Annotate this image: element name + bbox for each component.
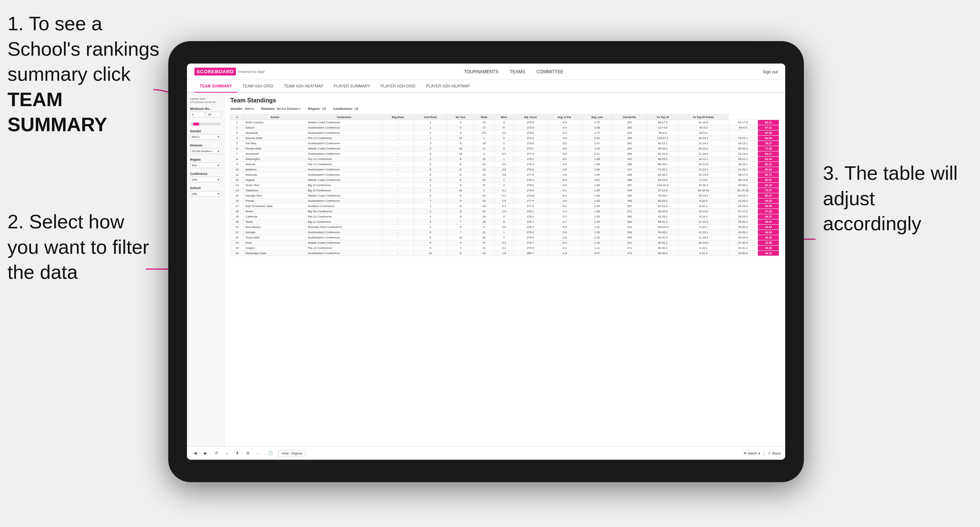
- table-cell: 95-6-0: [647, 130, 679, 136]
- table-cell: 1: [414, 125, 447, 130]
- table-cell: -: [382, 225, 414, 230]
- table-cell: 79-25-1: [728, 136, 758, 141]
- tab-player-h2h-grid[interactable]: PLAYER H2H GRID: [375, 80, 421, 93]
- sign-out-button[interactable]: Sign out: [763, 70, 778, 74]
- table-cell: Pac-12 Conference: [306, 162, 382, 167]
- table-cell: Southeastern Conference: [306, 125, 382, 130]
- toolbar-back[interactable]: ◀: [191, 450, 199, 456]
- tab-player-h2h-heatmap[interactable]: PLAYER H2H HEATMAP: [421, 80, 475, 93]
- table-cell: Florida: [244, 198, 306, 204]
- table-cell: 15-30-0: [728, 251, 758, 256]
- watch-icon: 👁: [743, 451, 747, 455]
- region-select[interactable]: N/A ▾: [190, 163, 221, 168]
- table-cell: 2: [414, 130, 447, 136]
- table-cell: 278.2: [514, 214, 547, 219]
- table-cell: 0.97: [582, 251, 612, 256]
- table-cell: 43-23-1: [679, 136, 728, 141]
- toolbar-home[interactable]: ⌂: [223, 450, 230, 456]
- share-button[interactable]: ↗ Share: [768, 451, 781, 455]
- table-cell: 23: [474, 120, 494, 125]
- toolbar-share2[interactable]: ⬆: [233, 450, 241, 456]
- table-cell: 1.28: [582, 209, 612, 214]
- toolbar-clock[interactable]: 🕐: [266, 450, 275, 456]
- min-rank-to-control[interactable]: 30: [206, 112, 221, 117]
- min-rank-from-control[interactable]: 4: [190, 112, 205, 117]
- table-cell: 31-29-1: [728, 167, 758, 172]
- toolbar-forward[interactable]: ▶: [202, 450, 209, 456]
- nav-committee[interactable]: COMMITTEE: [536, 69, 563, 75]
- conference-select[interactable]: (All) ▾: [190, 177, 221, 183]
- table-cell: Atlantic Coast Conference: [306, 193, 382, 198]
- table-cell: 21: [231, 225, 244, 230]
- table-cell: 24: [474, 198, 494, 204]
- table-cell: 7: [231, 151, 244, 157]
- filter-division: Division: NCAA Division I: [261, 107, 301, 111]
- table-cell: 279.5: [514, 246, 547, 251]
- table-cell: -: [382, 246, 414, 251]
- filter-conference-value: All: [355, 107, 358, 111]
- nav-teams[interactable]: TEAMS: [510, 69, 525, 75]
- table-cell: 9-10-1: [679, 204, 728, 209]
- table-cell: -: [382, 125, 414, 130]
- table-cell: 14-21-0: [679, 162, 728, 167]
- bottom-toolbar: ◀ ▶ ↺ ⌂ ⬆ ⧉ ··· 🕐 View: Original 👁 Watch…: [187, 446, 785, 460]
- table-cell: 276.0: [514, 183, 547, 188]
- table-cell: 39-23-1: [728, 162, 758, 167]
- table-cell: 4: [231, 136, 244, 141]
- col-reg-rank: Reg Rank: [382, 115, 414, 120]
- table-cell: 1: [494, 157, 514, 162]
- table-cell: 273.6: [514, 125, 547, 130]
- table-cell: 2: [414, 162, 447, 167]
- table-cell: Pac-12 Conference: [306, 246, 382, 251]
- table-cell: Pac-12 Conference: [306, 136, 382, 141]
- table-cell: 16: [231, 198, 244, 204]
- table-cell: -: [382, 209, 414, 214]
- table-cell: 80.47: [758, 193, 779, 198]
- table-cell: 83-25-1: [647, 214, 679, 219]
- watch-button[interactable]: 👁 Watch ▾: [743, 451, 760, 455]
- instruction-step1: 1. To see a School's rankings summary cl…: [8, 11, 164, 138]
- table-cell: Georgia: [244, 230, 306, 235]
- gender-label: Gender: [190, 129, 221, 133]
- table-cell: 48.02: [758, 198, 779, 204]
- view-original-button[interactable]: View: Original: [278, 450, 305, 457]
- tab-player-summary[interactable]: PLAYER SUMMARY: [329, 80, 375, 93]
- table-cell: 6.2: [494, 193, 514, 198]
- conference-chevron: ▾: [218, 178, 219, 181]
- watch-label: Watch: [748, 451, 757, 455]
- table-cell: -: [382, 136, 414, 141]
- table-row: 10AlabamaSoutheastern Conference-58233.6…: [231, 167, 779, 172]
- gender-select[interactable]: Men's ▾: [190, 134, 221, 140]
- table-cell: Auburn: [244, 125, 306, 130]
- table-cell: 2.88: [582, 125, 612, 130]
- table-cell: Southeastern Conference: [306, 172, 382, 178]
- standings-table: # School Conference Reg Rank Conf Rank N…: [230, 114, 779, 256]
- table-cell: Southern Conference: [306, 204, 382, 209]
- table-row: 23Texas A&MSoutheastern Conference-91030…: [231, 235, 779, 240]
- table-cell: 2.52: [582, 136, 612, 141]
- tab-team-h2h-grid[interactable]: TEAM H2H GRID: [237, 80, 278, 93]
- table-row: 14OklahomaBig 12 Conference-22424.1276.5…: [231, 188, 779, 193]
- table-cell: 5.1: [494, 204, 514, 209]
- table-cell: 24: [474, 178, 494, 183]
- tab-team-summary[interactable]: TEAM SUMMARY: [194, 80, 237, 93]
- table-cell: 276.3: [514, 157, 547, 162]
- table-cell: 0.4: [494, 240, 514, 246]
- division-select[interactable]: NCAA Division I ▾: [190, 148, 221, 154]
- toolbar-copy[interactable]: ⧉: [244, 450, 251, 456]
- table-cell: 276.3: [514, 162, 547, 167]
- table-cell: -: [382, 240, 414, 246]
- table-cell: 13-24-1: [679, 167, 728, 172]
- table-cell: 221: [612, 240, 647, 246]
- tab-team-h2h-heatmap[interactable]: TEAM H2H HEATMAP: [278, 80, 329, 93]
- table-cell: 95-29-2: [647, 146, 679, 151]
- instruction-step3: 3. The table will adjust accordingly: [823, 161, 972, 237]
- school-select[interactable]: (All) ▾: [190, 191, 221, 197]
- school-label: School: [190, 186, 221, 190]
- conference-value: (All): [192, 178, 197, 181]
- toolbar-more[interactable]: ···: [255, 450, 262, 456]
- table-cell: -4.4: [547, 146, 582, 151]
- toolbar-reload[interactable]: ↺: [212, 450, 220, 456]
- nav-tournaments[interactable]: TOURNAMENTS: [464, 69, 498, 75]
- update-time-value: 27/03/2024 16:56:26: [190, 100, 221, 104]
